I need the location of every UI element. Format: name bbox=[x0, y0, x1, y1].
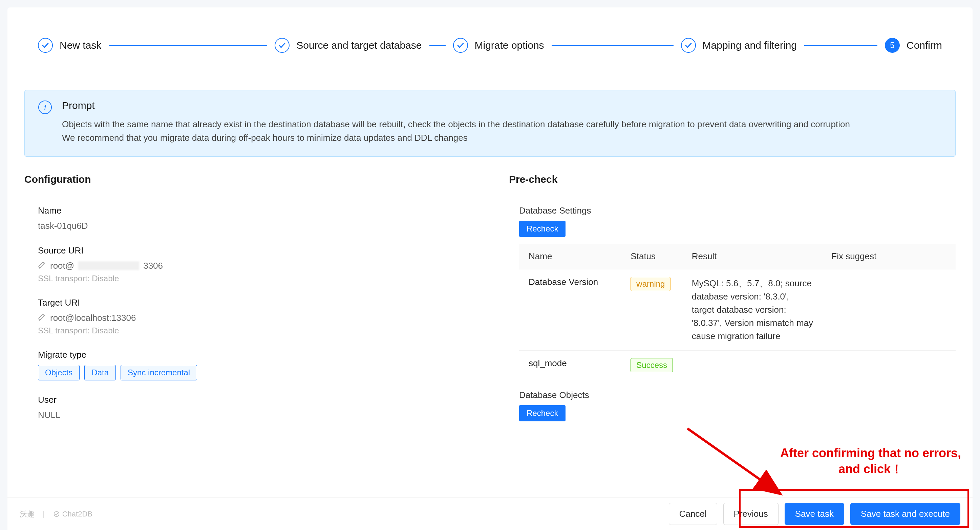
precheck-title: Pre-check bbox=[509, 174, 956, 185]
step-mapping-filtering[interactable]: Mapping and filtering bbox=[681, 38, 797, 53]
step-new-task[interactable]: New task bbox=[38, 38, 101, 53]
check-icon bbox=[681, 38, 696, 53]
prompt-title: Prompt bbox=[62, 100, 850, 111]
config-target-block: Target URI root@localhost:13306 SSL tran… bbox=[24, 297, 480, 335]
name-label: Name bbox=[38, 205, 480, 216]
migrate-type-chips: Objects Data Sync incremental bbox=[38, 365, 480, 381]
col-fix: Fix suggest bbox=[824, 244, 956, 270]
cell-result bbox=[685, 350, 824, 380]
check-icon bbox=[38, 38, 53, 53]
brand-woqu: 沃趣 bbox=[20, 509, 35, 519]
step-label: Migrate options bbox=[475, 40, 544, 51]
target-uri-value: root@localhost:13306 bbox=[38, 313, 480, 323]
step-label: New task bbox=[60, 40, 101, 51]
separator: | bbox=[43, 510, 45, 519]
save-task-execute-button[interactable]: Save task and execute bbox=[850, 503, 960, 525]
source-uri-redacted bbox=[78, 261, 139, 270]
database-objects-heading: Database Objects bbox=[519, 390, 956, 400]
chat2db-icon bbox=[53, 510, 60, 518]
target-uri-label: Target URI bbox=[38, 297, 480, 308]
chip-sync-incremental: Sync incremental bbox=[121, 365, 197, 381]
step-number-icon: 5 bbox=[885, 38, 900, 53]
prompt-content: Prompt Objects with the same name that a… bbox=[62, 100, 850, 145]
footer-actions: Cancel Previous Save task Save task and … bbox=[669, 503, 960, 525]
step-label: Confirm bbox=[907, 40, 942, 51]
step-connector bbox=[430, 45, 445, 46]
source-uri-label: Source URI bbox=[38, 245, 480, 256]
cancel-button[interactable]: Cancel bbox=[669, 503, 717, 525]
step-connector bbox=[552, 45, 673, 46]
prompt-box: i Prompt Objects with the same name that… bbox=[24, 90, 956, 157]
step-source-target[interactable]: Source and target database bbox=[275, 38, 422, 53]
col-name: Name bbox=[519, 244, 624, 270]
main-card: New task Source and target database Migr… bbox=[8, 8, 972, 530]
info-icon: i bbox=[38, 100, 52, 114]
content-row: Configuration Name task-01qu6D Source UR… bbox=[24, 174, 956, 435]
configuration-column: Configuration Name task-01qu6D Source UR… bbox=[24, 174, 490, 435]
col-status: Status bbox=[624, 244, 685, 270]
step-label: Mapping and filtering bbox=[703, 40, 797, 51]
chip-data: Data bbox=[84, 365, 116, 381]
cell-fix bbox=[824, 350, 956, 380]
cell-name: Database Version bbox=[519, 269, 624, 350]
target-ssl: SSL transport: Disable bbox=[38, 326, 480, 335]
config-name-block: Name task-01qu6D bbox=[24, 205, 480, 231]
status-badge-warning: warning bbox=[630, 277, 670, 291]
cell-status: Success bbox=[624, 350, 685, 380]
table-row: sql_mode Success bbox=[519, 350, 956, 380]
step-connector bbox=[109, 45, 267, 46]
table-row: Database Version warning MySQL: 5.6、5.7、… bbox=[519, 269, 956, 350]
source-ssl: SSL transport: Disable bbox=[38, 274, 480, 283]
recheck-settings-button[interactable]: Recheck bbox=[519, 221, 565, 237]
user-value: NULL bbox=[38, 410, 480, 421]
plug-icon bbox=[38, 314, 46, 322]
result-text: MySQL: 5.6、5.7、8.0; source database vers… bbox=[692, 277, 814, 343]
configuration-title: Configuration bbox=[24, 174, 480, 185]
status-badge-success: Success bbox=[630, 358, 673, 372]
precheck-settings-table: Name Status Result Fix suggest Database … bbox=[519, 244, 956, 380]
step-migrate-options[interactable]: Migrate options bbox=[453, 38, 544, 53]
source-uri-prefix: root@ bbox=[50, 260, 74, 271]
table-header-row: Name Status Result Fix suggest bbox=[519, 244, 956, 270]
recheck-objects-button[interactable]: Recheck bbox=[519, 405, 565, 421]
step-label: Source and target database bbox=[296, 40, 422, 51]
chip-objects: Objects bbox=[38, 365, 80, 381]
plug-icon bbox=[38, 262, 46, 270]
user-label: User bbox=[38, 395, 480, 405]
target-uri-text: root@localhost:13306 bbox=[50, 313, 136, 323]
migrate-type-label: Migrate type bbox=[38, 350, 480, 360]
check-icon bbox=[453, 38, 468, 53]
config-user-block: User NULL bbox=[24, 395, 480, 421]
cell-status: warning bbox=[624, 269, 685, 350]
database-settings-heading: Database Settings bbox=[519, 205, 956, 216]
col-result: Result bbox=[685, 244, 824, 270]
prompt-text-2: We recommend that you migrate data durin… bbox=[62, 131, 850, 144]
name-value: task-01qu6D bbox=[38, 221, 480, 231]
config-migrate-type-block: Migrate type Objects Data Sync increment… bbox=[24, 350, 480, 381]
source-uri-suffix: 3306 bbox=[143, 260, 163, 271]
step-connector bbox=[804, 45, 877, 46]
cell-name: sql_mode bbox=[519, 350, 624, 380]
config-source-block: Source URI root@ 3306 SSL transport: Dis… bbox=[24, 245, 480, 283]
svg-point-0 bbox=[54, 511, 59, 516]
step-confirm[interactable]: 5 Confirm bbox=[885, 38, 942, 53]
footer-brands: 沃趣 | Chat2DB bbox=[20, 509, 92, 519]
source-uri-value: root@ 3306 bbox=[38, 260, 480, 271]
footer-bar: 沃趣 | Chat2DB Cancel Previous Save task S… bbox=[8, 498, 972, 530]
check-icon bbox=[275, 38, 290, 53]
cell-fix bbox=[824, 269, 956, 350]
previous-button[interactable]: Previous bbox=[723, 503, 778, 525]
precheck-column: Pre-check Database Settings Recheck Name… bbox=[490, 174, 956, 435]
cell-result: MySQL: 5.6、5.7、8.0; source database vers… bbox=[685, 269, 824, 350]
brand-chat2db: Chat2DB bbox=[62, 510, 92, 519]
stepper: New task Source and target database Migr… bbox=[24, 38, 956, 53]
save-task-button[interactable]: Save task bbox=[784, 503, 844, 525]
prompt-text-1: Objects with the same name that already … bbox=[62, 117, 850, 131]
